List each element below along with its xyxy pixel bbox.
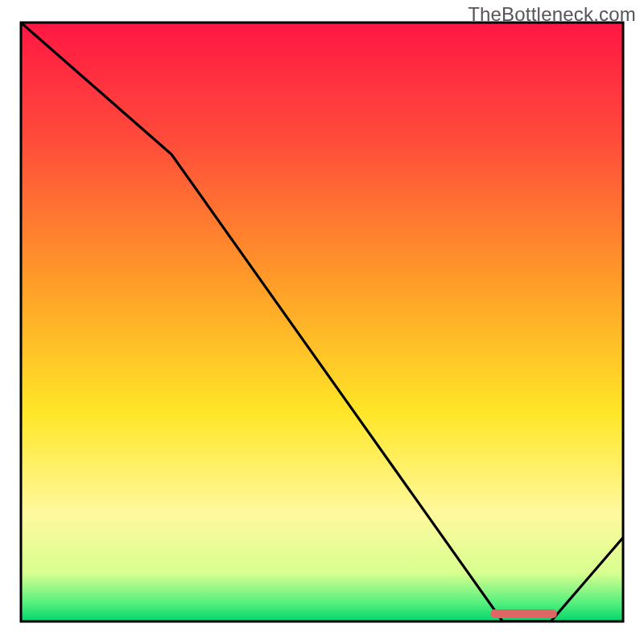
plot-background (21, 23, 623, 621)
chart-frame: TheBottleneck.com (0, 0, 644, 644)
optimal-marker (490, 609, 556, 618)
watermark-text: TheBottleneck.com (468, 3, 636, 26)
chart-canvas (0, 0, 644, 644)
